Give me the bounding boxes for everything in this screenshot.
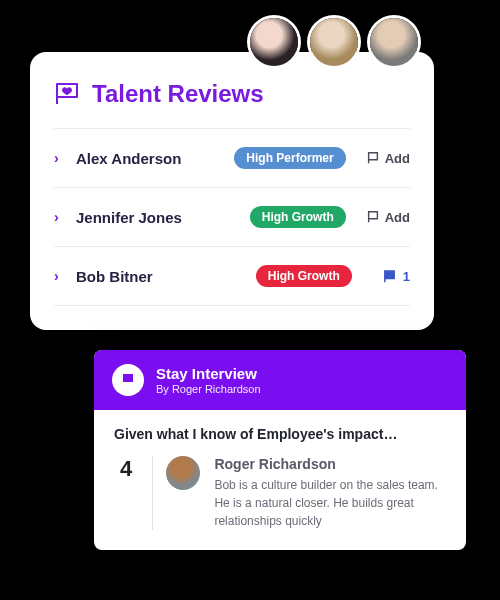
add-button[interactable]: Add xyxy=(366,151,410,166)
avatar xyxy=(310,18,358,66)
card-title: Talent Reviews xyxy=(92,80,264,108)
talent-row[interactable]: › Alex Anderson High Performer Add xyxy=(54,128,410,187)
avatar xyxy=(370,18,418,66)
header-avatars xyxy=(250,18,418,66)
employee-name: Jennifer Jones xyxy=(76,209,242,226)
popup-body: Given what I know of Employee's impact… … xyxy=(94,410,466,550)
status-badge: High Growth xyxy=(256,265,352,287)
avatar xyxy=(166,456,200,490)
commenter-name: Roger Richardson xyxy=(214,456,446,472)
talent-row[interactable]: › Bob Bitner High Growth 1 xyxy=(54,246,410,306)
question-text: Given what I know of Employee's impact… xyxy=(114,426,446,442)
employee-name: Alex Anderson xyxy=(76,150,226,167)
flag-count[interactable]: 1 xyxy=(382,269,410,284)
popup-byline: By Roger Richardson xyxy=(156,383,261,395)
popup-header: Stay Interview By Roger Richardson xyxy=(94,350,466,410)
stay-interview-card: Stay Interview By Roger Richardson Given… xyxy=(94,350,466,550)
status-badge: High Growth xyxy=(250,206,346,228)
comment-text: Bob is a culture builder on the sales te… xyxy=(214,476,446,530)
card-header: Talent Reviews xyxy=(54,80,410,108)
talent-reviews-card: Talent Reviews › Alex Anderson High Perf… xyxy=(30,52,434,330)
employee-name: Bob Bitner xyxy=(76,268,248,285)
add-label: Add xyxy=(385,151,410,166)
flag-heart-icon xyxy=(54,82,82,106)
flag-icon xyxy=(366,151,380,165)
flag-circle-icon xyxy=(112,364,144,396)
flag-count-value: 1 xyxy=(403,269,410,284)
avatar xyxy=(250,18,298,66)
chevron-right-icon: › xyxy=(54,268,68,284)
popup-title: Stay Interview xyxy=(156,365,261,383)
chevron-right-icon: › xyxy=(54,209,68,225)
add-button[interactable]: Add xyxy=(366,210,410,225)
flag-icon xyxy=(366,210,380,224)
status-badge: High Performer xyxy=(234,147,345,169)
score-value: 4 xyxy=(114,456,138,482)
talent-row[interactable]: › Jennifer Jones High Growth Add xyxy=(54,187,410,246)
chevron-right-icon: › xyxy=(54,150,68,166)
add-label: Add xyxy=(385,210,410,225)
flag-filled-icon xyxy=(382,269,397,284)
